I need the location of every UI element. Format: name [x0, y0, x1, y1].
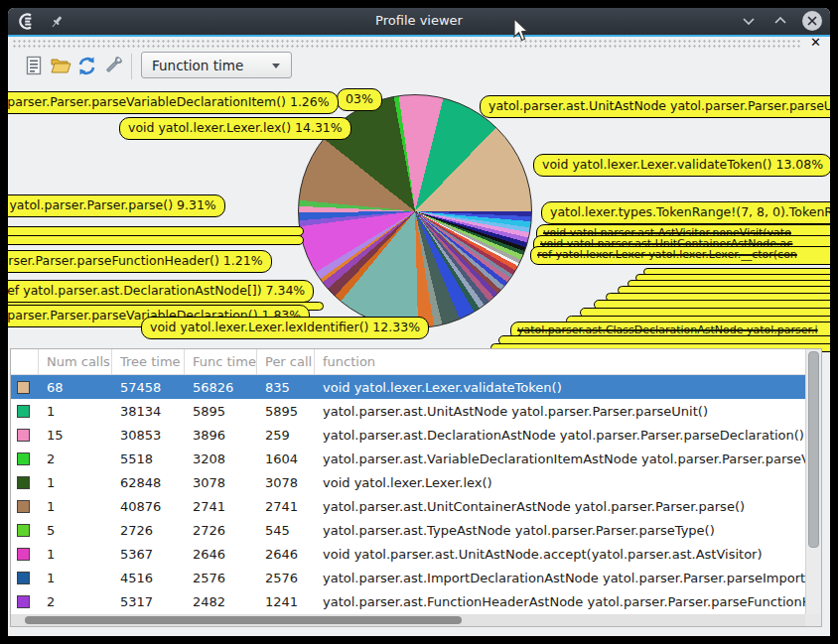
- row-color-swatch: [17, 500, 30, 513]
- row-color-swatch: [17, 595, 30, 608]
- cell-func_time: 3078: [185, 475, 257, 490]
- pie-slice-label: 03%: [337, 88, 382, 111]
- cell-func_time: 3208: [185, 451, 257, 466]
- cell-tree_time: 5518: [112, 451, 185, 466]
- report-icon[interactable]: [24, 56, 46, 77]
- table-row[interactable]: 15308533896259yatol.parser.ast.Declarati…: [11, 423, 805, 447]
- table-row[interactable]: 685745856826835void yatol.lexer.Lexer.va…: [11, 375, 805, 399]
- cell-num_calls: 1: [39, 475, 112, 490]
- cell-tree_time: 40876: [112, 499, 185, 514]
- table-row[interactable]: 1451625762576yatol.parser.ast.ImportDecl…: [11, 566, 805, 589]
- row-color-swatch: [17, 548, 30, 561]
- chart-area: 03%ode yatol.parser.Parser.parseVariable…: [8, 85, 830, 349]
- row-color-swatch: [17, 476, 30, 489]
- cell-per_call: 1604: [257, 451, 315, 466]
- table-row[interactable]: 14087627412741yatol.parser.ast.UnitConta…: [11, 494, 805, 518]
- cell-func_time: 3896: [185, 428, 257, 443]
- column-header[interactable]: function: [315, 349, 805, 374]
- pie-label-bar: [8, 235, 304, 245]
- toolbar: Function time: [8, 52, 830, 83]
- combobox-value: Function time: [152, 58, 243, 73]
- minimize-button[interactable]: [739, 11, 759, 31]
- column-header[interactable]: Tree time: [112, 349, 185, 374]
- cell-function: yatol.parser.ast.FunctionHeaderAstNode y…: [315, 594, 805, 609]
- table-row[interactable]: 527262726545yatol.parser.ast.TypeAstNode…: [11, 518, 805, 542]
- cell-num_calls: 5: [39, 523, 112, 538]
- cell-func_time: 2576: [185, 571, 257, 585]
- row-color-swatch: [17, 381, 30, 394]
- dock-close-icon[interactable]: ✕: [810, 35, 821, 51]
- row-color-swatch: [17, 405, 30, 418]
- row-color-swatch: [17, 524, 30, 537]
- cell-func_time: 5895: [185, 404, 257, 419]
- horizontal-scrollbar[interactable]: [11, 614, 805, 626]
- horizontal-scrollbar-thumb[interactable]: [25, 616, 462, 624]
- pie-slice-label: void yatol.lexer.Lexer.validateToken() 1…: [533, 154, 830, 177]
- cell-per_call: 1241: [257, 594, 315, 609]
- titlebar-accent-line: [8, 35, 830, 37]
- column-header[interactable]: Func time: [185, 349, 257, 374]
- cell-per_call: 2646: [257, 547, 315, 562]
- wrench-icon[interactable]: [103, 56, 125, 77]
- cell-func_time: 2726: [185, 523, 257, 538]
- pie-slice-label: atol.parser.Parser.parseFunctionHeader()…: [8, 250, 272, 273]
- cell-function: yatol.parser.ast.UnitContainerAstNode ya…: [315, 499, 805, 514]
- cell-function: void yatol.lexer.Lexer.validateToken(): [315, 380, 805, 395]
- cell-per_call: 545: [257, 523, 315, 538]
- table-row[interactable]: 13813458955895yatol.parser.ast.UnitAstNo…: [11, 399, 805, 423]
- column-header[interactable]: Num calls: [39, 349, 112, 374]
- toolbar-separator: [131, 54, 132, 79]
- cell-tree_time: 30853: [112, 428, 185, 443]
- cell-func_time: 2646: [185, 547, 257, 562]
- cell-per_call: 2741: [257, 499, 315, 514]
- cell-num_calls: 15: [39, 428, 112, 443]
- cell-num_calls: 68: [39, 380, 112, 395]
- chevron-down-icon: [272, 64, 280, 68]
- cell-num_calls: 1: [39, 547, 112, 562]
- cell-per_call: 3078: [257, 475, 315, 490]
- table-header[interactable]: Num callsTree timeFunc timePer callfunct…: [11, 349, 805, 375]
- vertical-scrollbar-thumb[interactable]: [808, 351, 819, 548]
- cell-num_calls: 2: [39, 451, 112, 466]
- table-row[interactable]: 16284830783078void yatol.lexer.Lexer.lex…: [11, 470, 805, 494]
- cell-per_call: 835: [257, 380, 315, 395]
- column-header[interactable]: Per call: [257, 349, 315, 374]
- cell-tree_time: 5317: [112, 594, 185, 609]
- refresh-icon[interactable]: [76, 56, 98, 77]
- cell-function: yatol.parser.ast.VariableDeclarationItem…: [315, 451, 805, 466]
- pie-slice-label: ainerAstNode yatol.parser.Parser.parse()…: [8, 194, 225, 217]
- cell-function: void yatol.lexer.Lexer.lex(): [315, 475, 805, 490]
- cell-function: yatol.parser.ast.DeclarationAstNode yato…: [315, 428, 805, 443]
- cell-per_call: 2576: [257, 571, 315, 585]
- table-body: 685745856826835void yatol.lexer.Lexer.va…: [11, 375, 821, 613]
- sort-mode-combobox[interactable]: Function time: [141, 52, 292, 78]
- window-title: Profile viewer: [8, 13, 830, 28]
- cell-tree_time: 62848: [112, 475, 185, 490]
- pie-slice-label: yatol.parser.ast.UnitAstNode yatol.parse…: [480, 95, 830, 118]
- cell-tree_time: 2726: [112, 523, 185, 538]
- cell-per_call: 5895: [257, 404, 315, 419]
- cell-function: void yatol.parser.ast.UnitAstNode.accept…: [315, 547, 805, 562]
- cell-num_calls: 1: [39, 404, 112, 419]
- mouse-cursor: [513, 18, 530, 47]
- pie-slice-label: ode yatol.parser.Parser.parseVariableDec…: [8, 91, 339, 114]
- column-header[interactable]: [11, 349, 39, 374]
- table-row[interactable]: 2531724821241yatol.parser.ast.FunctionHe…: [11, 589, 805, 613]
- table-row[interactable]: 1536726462646void yatol.parser.ast.UnitA…: [11, 542, 805, 566]
- dock-drag-handle[interactable]: [12, 39, 800, 49]
- maximize-button[interactable]: [770, 11, 790, 31]
- pie-slice-label: void yatol.lexer.Lexer.lexIdentifier() 1…: [141, 317, 429, 339]
- cell-func_time: 2482: [185, 594, 257, 609]
- close-button[interactable]: [802, 11, 822, 31]
- table-row[interactable]: 2551832081604yatol.parser.ast.VariableDe…: [11, 447, 805, 470]
- open-folder-icon[interactable]: [50, 56, 71, 77]
- pie-slice-label: void yatol.lexer.Lexer.lex() 14.31%: [119, 117, 351, 140]
- vertical-scrollbar[interactable]: [805, 349, 821, 614]
- cell-tree_time: 4516: [112, 571, 185, 585]
- cell-per_call: 259: [257, 428, 315, 443]
- cell-function: yatol.parser.ast.ImportDeclarationAstNod…: [315, 571, 805, 585]
- pie-slice-label: ref yatol.lexer.Lexer yatol.lexer.Lexer.…: [530, 246, 830, 265]
- cell-num_calls: 2: [39, 594, 112, 609]
- titlebar[interactable]: Profile viewer: [8, 8, 830, 35]
- cell-function: yatol.parser.ast.TypeAstNode yatol.parse…: [315, 523, 805, 538]
